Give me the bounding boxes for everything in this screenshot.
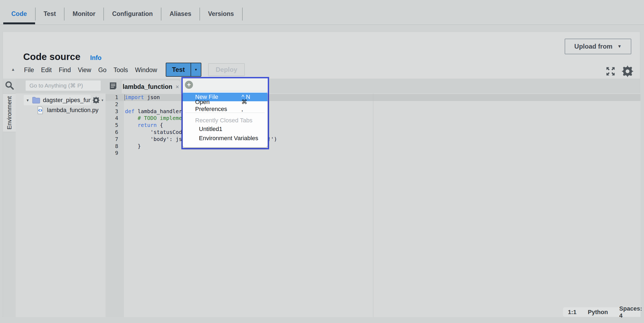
folder-icon [32,97,40,104]
info-link[interactable]: Info [90,54,101,62]
line-number: 3 [106,108,118,115]
tab-lambda-function[interactable]: lambda_function × [121,80,181,93]
line-number: 7 [106,136,118,143]
line-number: 1 [106,94,118,101]
tab-list-icon[interactable] [109,82,117,90]
menu-item-label: Open Preferences [195,99,241,113]
file-name: lambda_function.py [47,107,99,114]
test-split-button[interactable]: Test ▼ [166,63,201,77]
fullscreen-icon[interactable] [605,66,616,76]
menubar-item[interactable]: Find [59,66,71,74]
search-icon[interactable] [5,81,14,90]
new-tab-plus-button[interactable]: + [185,81,193,89]
nav-tab-list: CodeTestMonitorConfigurationAliasesVersi… [0,3,644,25]
menubar-item[interactable]: File [24,66,34,74]
environment-file-tree: ▼ dagster_pipes_funct ▼ lambda_function.… [16,93,106,317]
line-number: 9 [106,150,118,157]
text-cursor [124,95,125,100]
upload-from-label: Upload from [574,43,612,50]
new-tab-dropdown: + New File ^ N Open Preferences ⌘ , Rece… [181,77,269,149]
menu-section-label: Recently Closed Tabs [195,117,267,124]
chevron-down-icon: ▼ [617,44,622,49]
page-title: Code source [23,51,80,62]
line-number: 6 [106,129,118,136]
nav-tab[interactable]: Versions [200,8,243,21]
recently-closed-tab-item[interactable]: Environment Variables [183,134,267,143]
menubar-item[interactable]: Edit [41,66,52,74]
tree-gear-icon[interactable] [92,96,100,104]
settings-gear-icon[interactable] [622,65,633,77]
line-number: 5 [106,122,118,129]
indent-setting[interactable]: Spaces: 4 [619,305,642,319]
line-number: 4 [106,115,118,122]
menubar-item[interactable]: Window [135,66,157,74]
editor-statusbar: 1:1 Python Spaces: 4 [563,307,640,317]
code-text: import json [125,94,160,101]
menu-divider [185,113,265,113]
environment-panel-tab[interactable]: Environment [3,93,16,132]
code-source-panel: Code source Info Upload from ▼ ▲ FileEdi… [3,32,640,317]
nav-tab[interactable]: Code [3,8,36,21]
code-text: } [125,143,141,150]
tab-label: lambda_function [123,83,172,90]
go-to-anything-input[interactable] [26,80,101,91]
cursor-position[interactable]: 1:1 [568,309,577,316]
code-text: # TODO implement [125,115,188,122]
folder-name: dagster_pipes_funct [43,97,91,104]
nav-tab[interactable]: Monitor [65,8,104,21]
function-nav-tabs: CodeTestMonitorConfigurationAliasesVersi… [0,0,644,25]
test-dropdown-caret[interactable]: ▼ [191,63,201,76]
deploy-button[interactable]: Deploy [208,63,245,76]
close-tab-icon[interactable]: × [176,83,179,90]
collapse-editor-icon[interactable]: ▲ [11,67,15,72]
code-text: return { [125,122,163,129]
tree-row-file[interactable]: lambda_function.py [37,105,106,115]
code-line[interactable]: 9 [106,150,640,157]
new-tab-menu: New File ^ N Open Preferences ⌘ , Recent… [183,92,267,147]
recently-closed-tab-item[interactable]: Untitled1 [183,125,267,133]
disclosure-triangle-icon[interactable]: ▼ [26,98,29,102]
tree-settings-control[interactable]: ▼ [92,96,104,104]
menu-item-shortcut: ⌘ , [241,99,250,113]
menubar-item[interactable]: Tools [114,66,128,74]
test-button[interactable]: Test [166,63,191,76]
upload-from-button[interactable]: Upload from ▼ [565,39,631,54]
panel-header: Code source Info [23,51,101,62]
folder-row-highlight[interactable]: ▼ dagster_pipes_funct [24,95,91,105]
line-number: 8 [106,143,118,150]
menubar-item[interactable]: Go [98,66,107,74]
tree-gear-caret-icon: ▼ [101,99,104,102]
editor-menubar: FileEditFindViewGoToolsWindow [24,62,157,78]
python-file-icon [37,106,44,114]
line-number: 2 [106,101,118,108]
environment-tab-label: Environment [6,96,13,130]
nav-tab[interactable]: Test [36,8,65,21]
syntax-mode[interactable]: Python [588,309,608,316]
tree-row-folder[interactable]: ▼ dagster_pipes_funct ▼ [24,95,106,105]
nav-tab[interactable]: Aliases [161,8,200,21]
nav-tab[interactable]: Configuration [104,8,161,21]
menubar-item[interactable]: View [78,66,91,74]
editor-window-icons [605,65,633,77]
menu-item[interactable]: Open Preferences ⌘ , [183,101,267,110]
